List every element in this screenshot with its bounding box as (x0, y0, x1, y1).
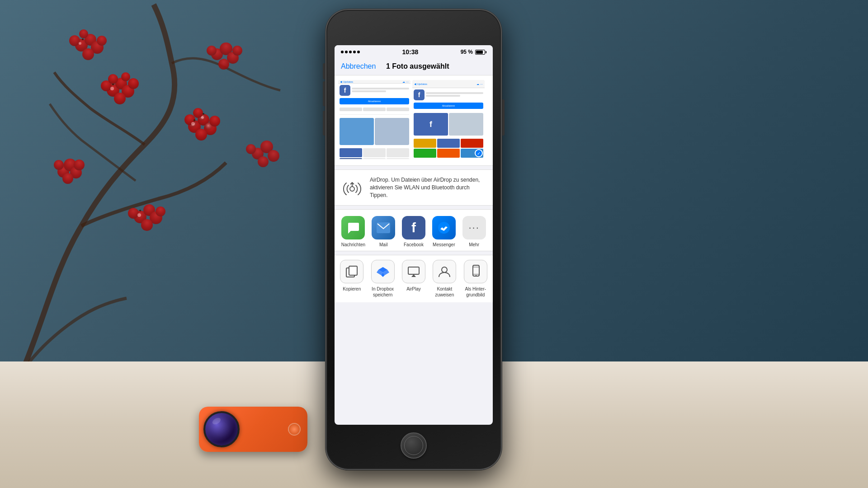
battery-tip (486, 51, 486, 53)
share-app-facebook[interactable]: f Facebook (400, 216, 427, 247)
volume-up-button (323, 81, 325, 106)
contact-icon (433, 260, 456, 283)
svg-point-34 (258, 156, 269, 167)
cancel-button[interactable]: Abbrechen (341, 62, 376, 70)
signal-dot-5 (357, 51, 360, 53)
grid-item-5 (363, 158, 386, 159)
wallpaper-icon (464, 260, 487, 283)
action-dropbox[interactable]: In Dropbox speichern (368, 260, 397, 298)
svg-point-14 (54, 160, 64, 170)
svg-point-6 (195, 129, 207, 141)
signal-indicator (341, 51, 360, 53)
share-app-mail[interactable]: Mail (370, 216, 397, 247)
copy-icon (340, 260, 363, 283)
svg-point-35 (246, 144, 256, 154)
svg-point-33 (268, 150, 279, 162)
ss-line-2 (352, 90, 386, 92)
grid-item-8 (437, 139, 460, 148)
svg-point-47 (232, 46, 242, 56)
dropbox-icon (371, 260, 395, 283)
selection-checkmark: ✓ (475, 149, 483, 157)
orange-camera (199, 407, 307, 452)
svg-point-54 (203, 113, 204, 115)
svg-point-53 (193, 119, 195, 121)
ss-header-2: ◀ Updates ☁ ⋯ (412, 80, 485, 88)
svg-point-73 (475, 275, 476, 277)
facebook-icon: f (402, 216, 425, 239)
dropbox-label: In Dropbox speichern (368, 286, 397, 298)
action-wallpaper[interactable]: Als Hinter­grundbild (461, 260, 490, 298)
preview-thumb-2[interactable]: ◀ Updates ☁ ⋯ f (412, 80, 485, 161)
camera-lens (203, 411, 240, 447)
ss-grid-2 (414, 139, 483, 158)
grid-item-10 (414, 149, 436, 158)
grid-item-1 (340, 148, 362, 157)
ss-line-3 (426, 92, 483, 94)
ss-header-1: ◀ Updates ☁ ⋯ (338, 80, 410, 84)
thumb-inner-1: ◀ Updates ☁ ⋯ f (338, 80, 410, 159)
grid-item-2 (363, 148, 386, 157)
signal-dot-2 (345, 51, 348, 53)
share-actions-row: Kopieren In Dropbox speichern (335, 255, 493, 302)
share-app-more[interactable]: ··· Mehr (461, 216, 488, 247)
action-copy[interactable]: Kopieren (337, 260, 367, 298)
svg-point-50 (79, 42, 81, 45)
svg-point-30 (79, 29, 88, 38)
svg-point-45 (218, 59, 229, 70)
action-contact[interactable]: Kontakt zuweisen (430, 260, 459, 298)
copy-label: Kopieren (343, 286, 361, 292)
more-icon: ··· (462, 216, 486, 239)
iphone-body: 10:38 95 % Abbrechen 1 Foto ausgewählt (326, 9, 502, 470)
action-airplay[interactable]: AirPlay (399, 260, 428, 298)
svg-point-51 (110, 87, 114, 90)
ss-row-1: f (340, 85, 409, 96)
iphone: 10:38 95 % Abbrechen 1 Foto ausgewählt (326, 9, 502, 470)
ss-content-2: f Aktualisieren f (412, 88, 485, 159)
ss-content-1: f Aktualisieren (338, 84, 410, 159)
fb-icon-2: f (414, 89, 425, 100)
ss-row-2: f (414, 89, 483, 100)
airplay-icon (402, 260, 425, 283)
home-button[interactable] (401, 432, 427, 459)
svg-point-57 (139, 210, 141, 211)
volume-down-button (323, 111, 325, 136)
airdrop-section[interactable]: AirDrop. Um Dateien über AirDrop zu send… (335, 169, 493, 206)
battery-body (475, 50, 485, 55)
status-right: 95 % (461, 49, 486, 55)
svg-point-58 (350, 187, 354, 191)
share-app-messages[interactable]: Nachrichten (340, 216, 367, 247)
battery-icon (475, 50, 486, 55)
battery-fill (476, 51, 483, 54)
svg-point-22 (108, 74, 118, 84)
svg-point-13 (62, 173, 73, 184)
status-bar: 10:38 95 % (335, 45, 493, 59)
mail-label: Mail (379, 242, 387, 247)
airdrop-description: AirDrop. Um Dateien über AirDrop zu send… (370, 176, 486, 199)
ss-text-1 (352, 88, 409, 93)
status-time: 10:38 (402, 48, 418, 56)
preview-thumb-1[interactable]: ◀ Updates ☁ ⋯ f (338, 80, 410, 161)
signal-dot-4 (353, 51, 356, 53)
photo-preview-area: ◀ Updates ☁ ⋯ f (335, 75, 493, 166)
mute-button (323, 63, 325, 79)
more-label: Mehr (469, 242, 479, 247)
svg-point-29 (97, 36, 107, 46)
svg-point-41 (156, 206, 165, 216)
svg-point-61 (438, 222, 450, 234)
svg-point-46 (207, 46, 217, 56)
messages-icon (341, 216, 365, 239)
ss-text-2 (426, 92, 483, 98)
airdrop-icon (341, 176, 363, 199)
svg-rect-63 (349, 266, 357, 275)
svg-point-52 (137, 213, 141, 217)
thumb-inner-2: ◀ Updates ☁ ⋯ f (412, 80, 485, 159)
svg-point-48 (191, 122, 195, 126)
wallpaper-label: Als Hinter­grundbild (461, 286, 490, 298)
messenger-label: Messenger (433, 242, 455, 247)
share-app-messenger[interactable]: Messenger (430, 216, 458, 247)
svg-point-56 (112, 84, 114, 85)
airdrop-description-text: AirDrop. Um Dateien über AirDrop zu send… (370, 177, 480, 198)
svg-point-15 (74, 160, 85, 170)
svg-point-28 (69, 35, 80, 46)
app-screenshot-1: ◀ Updates ☁ ⋯ f (338, 80, 410, 159)
